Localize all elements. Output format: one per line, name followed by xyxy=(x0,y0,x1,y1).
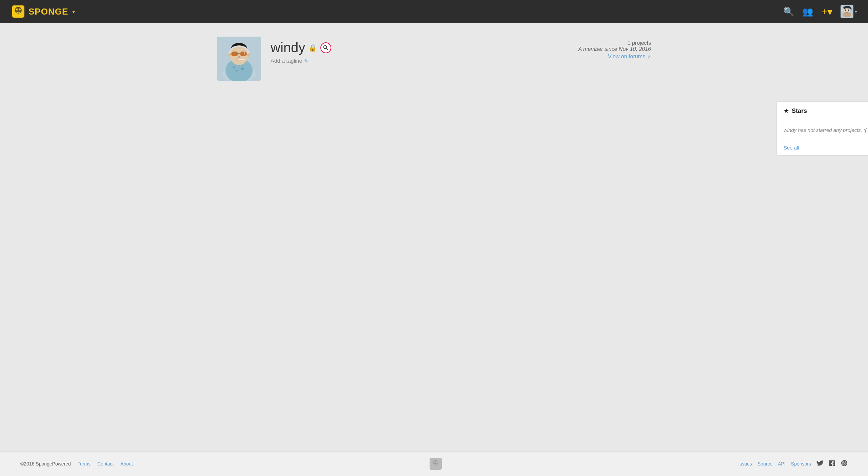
svg-point-44 xyxy=(846,462,847,463)
svg-point-17 xyxy=(236,70,238,72)
svg-point-40 xyxy=(843,462,844,463)
sponge-logo-icon[interactable] xyxy=(11,4,26,19)
profile-info: windy 🔒 Add a tagline ✎ xyxy=(271,37,331,64)
projects-count: 0 projects xyxy=(578,40,651,46)
svg-point-27 xyxy=(238,56,240,58)
search-icon[interactable]: 🔍 xyxy=(783,6,794,17)
create-plus-icon[interactable]: +▾ xyxy=(821,6,832,18)
stars-empty-message: windy has not starred any projects. :( xyxy=(777,120,868,140)
see-all-link[interactable]: See all xyxy=(784,145,799,151)
tagline-placeholder: Add a tagline xyxy=(271,58,302,64)
svg-rect-28 xyxy=(239,59,245,60)
navbar-left: SPONGE ▾ xyxy=(11,4,75,19)
footer-api-link[interactable]: API xyxy=(778,461,786,467)
profile-section: windy 🔒 Add a tagline ✎ xyxy=(217,37,651,91)
username-row: windy 🔒 xyxy=(271,40,331,55)
reddit-icon[interactable] xyxy=(841,460,848,468)
footer-contact-link[interactable]: Contact xyxy=(97,461,114,467)
footer-sponsors-link[interactable]: Sponsors xyxy=(791,461,811,467)
logo-dropdown-caret[interactable]: ▾ xyxy=(72,8,75,15)
lock-icon: 🔒 xyxy=(309,44,317,52)
external-link-icon: ↗ xyxy=(647,54,651,59)
svg-point-29 xyxy=(228,53,231,57)
footer-logo-icon xyxy=(430,458,442,470)
footer-copyright: ©2016 SpongePowered xyxy=(20,461,71,467)
facebook-icon[interactable] xyxy=(829,460,835,468)
user-menu[interactable]: ▾ xyxy=(841,5,857,18)
footer-terms-link[interactable]: Terms xyxy=(78,461,91,467)
svg-point-36 xyxy=(433,461,435,463)
footer-source-link[interactable]: Source xyxy=(757,461,772,467)
stars-panel: ★ Stars windy has not starred any projec… xyxy=(776,101,868,156)
stars-section: ★ Stars windy has not starred any projec… xyxy=(217,101,651,156)
stars-title: Stars xyxy=(792,107,807,115)
svg-point-10 xyxy=(841,7,844,13)
key-icon-button[interactable] xyxy=(320,42,331,53)
logo-text[interactable]: SPONGE xyxy=(28,6,68,17)
main-content: windy 🔒 Add a tagline ✎ xyxy=(197,23,671,203)
users-icon[interactable]: 👥 xyxy=(802,6,813,17)
svg-point-30 xyxy=(247,53,250,57)
svg-point-16 xyxy=(241,67,244,70)
footer-issues-link[interactable]: Issues xyxy=(738,461,752,467)
navbar-right: 🔍 👥 +▾ ▾ xyxy=(783,5,857,18)
navbar: SPONGE ▾ 🔍 👥 +▾ xyxy=(0,0,868,23)
edit-tagline-icon[interactable]: ✎ xyxy=(304,58,308,64)
svg-point-8 xyxy=(845,9,846,11)
username: windy xyxy=(271,40,305,55)
profile-left: windy 🔒 Add a tagline ✎ xyxy=(217,37,331,81)
svg-point-14 xyxy=(233,66,235,68)
stars-header: ★ Stars xyxy=(777,102,868,120)
footer-about-link[interactable]: About xyxy=(120,461,133,467)
footer-center xyxy=(430,458,442,470)
avatar-image xyxy=(841,5,853,18)
content-area: windy 🔒 Add a tagline ✎ xyxy=(217,37,651,156)
svg-point-37 xyxy=(436,461,438,463)
footer-left: ©2016 SpongePowered Terms Contact About xyxy=(20,461,133,467)
stars-footer: See all » xyxy=(777,140,868,155)
view-forums-row: View on forums ↗ xyxy=(578,54,651,60)
svg-point-3 xyxy=(16,8,18,11)
footer-right: Issues Source API Sponsors xyxy=(738,460,848,468)
svg-rect-21 xyxy=(240,52,247,56)
user-dropdown-caret[interactable]: ▾ xyxy=(855,9,857,14)
svg-point-4 xyxy=(19,8,21,11)
user-avatar[interactable] xyxy=(841,5,853,18)
svg-point-41 xyxy=(845,462,846,463)
member-since: A member since Nov 10, 2016 xyxy=(578,46,651,52)
svg-point-31 xyxy=(324,45,327,48)
star-icon: ★ xyxy=(784,107,789,115)
profile-avatar xyxy=(217,37,261,81)
footer: ©2016 SpongePowered Terms Contact About … xyxy=(0,451,868,476)
view-on-forums-link[interactable]: View on forums xyxy=(608,54,645,60)
svg-rect-20 xyxy=(231,52,238,56)
twitter-icon[interactable] xyxy=(816,460,823,468)
tagline-row: Add a tagline ✎ xyxy=(271,58,331,64)
svg-point-42 xyxy=(844,461,845,462)
svg-point-9 xyxy=(848,9,849,11)
profile-right: 0 projects A member since Nov 10, 2016 V… xyxy=(578,37,651,60)
